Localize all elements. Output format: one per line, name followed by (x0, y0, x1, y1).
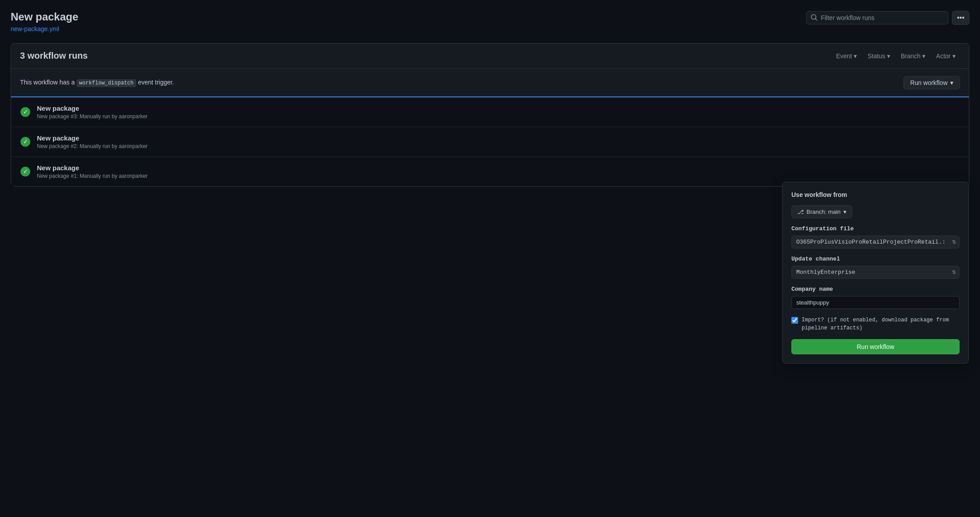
run-info: New package New package #1: Manually run… (37, 164, 960, 179)
update-channel-section: Update channel MonthlyEnterprise ⇅ (791, 256, 960, 279)
success-icon: ✓ (20, 107, 30, 117)
menu-button[interactable]: ••• (952, 11, 969, 25)
company-name-section: Company name (791, 286, 960, 309)
status-icon: ✓ (20, 107, 31, 117)
chevron-down-icon: ▾ (843, 208, 847, 215)
success-icon: ✓ (20, 167, 30, 176)
run-info: New package New package #3: Manually run… (37, 104, 960, 120)
filter-buttons: Event ▾ Status ▾ Branch ▾ Actor ▾ (831, 51, 960, 61)
event-filter-button[interactable]: Event ▾ (831, 51, 861, 61)
actor-filter-button[interactable]: Actor ▾ (932, 51, 960, 61)
config-file-label: Configuration file (791, 225, 960, 232)
branch-filter-button[interactable]: Branch ▾ (896, 51, 930, 61)
branch-section: ⎇ Branch: main ▾ (791, 205, 960, 218)
branch-select-button[interactable]: ⎇ Branch: main ▾ (791, 205, 852, 218)
config-file-wrapper: O365ProPlusVisioProRetailProjectProRetai… (791, 236, 960, 248)
page-header: New package new-package.yml ••• (11, 11, 969, 32)
run-workflow-button[interactable]: Run workflow ▾ (903, 76, 960, 89)
run-title: New package (37, 164, 960, 172)
title-block: New package new-package.yml (11, 11, 78, 32)
update-channel-select[interactable]: MonthlyEnterprise (791, 266, 960, 279)
status-icon: ✓ (20, 166, 31, 177)
table-row[interactable]: ✓ New package New package #2: Manually r… (11, 127, 969, 157)
workflow-runs-list: ✓ New package New package #3: Manually r… (11, 97, 969, 186)
search-icon (811, 14, 818, 22)
chevron-down-icon: ▾ (922, 52, 925, 60)
chevron-down-icon: ▾ (887, 52, 890, 60)
dispatch-notice: This workflow has a workflow_dispatch ev… (11, 69, 969, 97)
chevron-down-icon: ▾ (950, 79, 953, 86)
run-workflow-green-button[interactable]: Run workflow (791, 339, 960, 354)
ellipsis-icon: ••• (957, 14, 964, 22)
dropdown-title: Use workflow from (791, 191, 960, 198)
dispatch-code: workflow_dispatch (77, 79, 136, 87)
chevron-down-icon: ▾ (854, 52, 857, 60)
run-workflow-dropdown: Use workflow from ⎇ Branch: main ▾ Confi… (782, 182, 969, 364)
company-name-input[interactable] (791, 296, 960, 309)
status-filter-button[interactable]: Status ▾ (863, 51, 895, 61)
update-channel-label: Update channel (791, 256, 960, 262)
dispatch-text: This workflow has a workflow_dispatch ev… (20, 79, 174, 86)
success-icon: ✓ (20, 137, 30, 147)
run-subtitle: New package #2: Manually run by aaronpar… (37, 143, 960, 149)
run-subtitle: New package #1: Manually run by aaronpar… (37, 173, 960, 179)
import-label: Import? (if not enabled, download packag… (802, 316, 960, 332)
table-row[interactable]: ✓ New package New package #3: Manually r… (11, 97, 969, 127)
chevron-down-icon: ▾ (952, 52, 956, 60)
page-title: New package (11, 11, 78, 24)
update-channel-wrapper: MonthlyEnterprise ⇅ (791, 266, 960, 279)
config-file-section: Configuration file O365ProPlusVisioProRe… (791, 225, 960, 248)
import-checkbox-row: Import? (if not enabled, download packag… (791, 316, 960, 332)
status-icon: ✓ (20, 136, 31, 147)
run-subtitle: New package #3: Manually run by aaronpar… (37, 113, 960, 120)
run-title: New package (37, 134, 960, 142)
run-title: New package (37, 104, 960, 112)
search-container (806, 11, 948, 24)
config-file-select[interactable]: O365ProPlusVisioProRetailProjectProRetai… (791, 236, 960, 248)
header-actions: ••• (806, 11, 969, 25)
git-branch-icon: ⎇ (797, 208, 804, 215)
workflow-count: 3 workflow runs (20, 51, 88, 61)
company-name-label: Company name (791, 286, 960, 293)
workflow-panel: 3 workflow runs Event ▾ Status ▾ Branch … (11, 43, 969, 187)
import-checkbox[interactable] (791, 317, 798, 324)
run-info: New package New package #2: Manually run… (37, 134, 960, 149)
search-input[interactable] (806, 11, 948, 24)
workflow-panel-header: 3 workflow runs Event ▾ Status ▾ Branch … (11, 44, 969, 69)
page-subtitle[interactable]: new-package.yml (11, 25, 78, 32)
